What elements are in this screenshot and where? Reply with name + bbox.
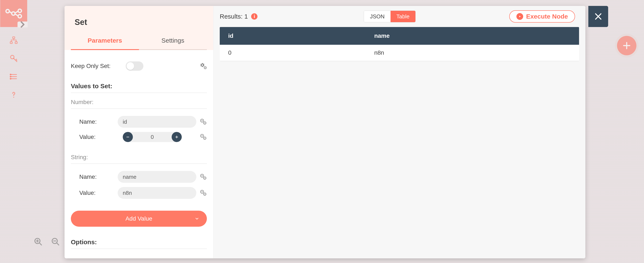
string-name-row: Name: (71, 169, 207, 185)
zoom-in-button[interactable] (34, 237, 42, 246)
column-header-id[interactable]: id (220, 27, 366, 45)
minus-icon (126, 135, 130, 139)
add-node-fab[interactable] (617, 36, 636, 55)
number-name-options[interactable] (200, 118, 207, 125)
stepper-value: 0 (133, 134, 172, 140)
execute-node-label: Execute Node (526, 13, 568, 20)
plus-icon (622, 41, 631, 50)
app-logo[interactable] (0, 0, 27, 27)
table-row[interactable]: 0 n8n (220, 45, 579, 61)
string-name-label: Name: (79, 173, 114, 180)
svg-point-19 (204, 123, 205, 123)
string-value-label: Value: (79, 189, 114, 196)
output-table: id name 0 n8n (220, 27, 579, 61)
zoom-out-button[interactable] (51, 237, 60, 246)
tab-settings[interactable]: Settings (139, 33, 207, 50)
node-title: Set (71, 17, 207, 33)
toggle-knob (126, 62, 134, 70)
number-name-row: Name: (71, 114, 207, 130)
svg-point-0 (6, 10, 9, 13)
svg-rect-4 (13, 37, 15, 39)
string-name-input[interactable] (118, 171, 196, 183)
svg-point-31 (204, 194, 205, 194)
credentials-nav-icon[interactable] (9, 54, 18, 63)
svg-point-9 (10, 76, 11, 77)
svg-point-27 (204, 178, 205, 178)
svg-point-2 (18, 9, 22, 13)
zoom-controls (34, 237, 60, 246)
keep-only-set-toggle[interactable] (126, 61, 144, 71)
play-icon (516, 13, 523, 20)
string-value-row: Value: (71, 185, 207, 201)
svg-rect-5 (10, 42, 12, 44)
cell-name: n8n (366, 45, 579, 61)
execute-node-button[interactable]: Execute Node (509, 10, 575, 23)
close-modal-button[interactable] (588, 6, 608, 27)
gear-icon (200, 118, 207, 125)
svg-rect-6 (15, 42, 17, 44)
workflows-nav-icon[interactable] (9, 36, 18, 45)
number-name-label: Name: (79, 118, 114, 125)
panel-header: Set Parameters Settings (64, 6, 213, 50)
gear-icon (200, 189, 207, 196)
number-value-options[interactable] (200, 133, 207, 141)
keep-only-set-row: Keep Only Set: (71, 59, 207, 74)
string-name-options[interactable] (200, 173, 207, 180)
keep-only-set-label: Keep Only Set: (71, 63, 110, 70)
zoom-in-icon (34, 237, 42, 246)
gear-icon (200, 133, 207, 141)
gear-icon (200, 63, 207, 70)
node-output-panel: Results: 1 i JSON Table Execute Node id (214, 6, 586, 258)
chevron-down-icon (195, 216, 199, 221)
gear-icon (200, 173, 207, 180)
number-group-title: Number: (71, 99, 207, 106)
svg-point-29 (202, 191, 203, 192)
results-label: Results: 1 (220, 13, 248, 20)
svg-point-21 (202, 135, 203, 136)
keep-only-set-options[interactable] (200, 63, 207, 70)
number-value-stepper[interactable]: 0 (123, 132, 182, 142)
number-name-input[interactable] (118, 116, 196, 128)
svg-point-17 (202, 120, 203, 121)
executions-nav-icon[interactable] (9, 72, 18, 82)
string-group-title: String: (71, 154, 207, 161)
svg-point-11 (13, 97, 14, 98)
plus-icon (175, 135, 178, 139)
cell-id: 0 (220, 45, 366, 61)
tab-parameters[interactable]: Parameters (71, 33, 139, 50)
svg-point-15 (205, 67, 206, 68)
output-header: Results: 1 i JSON Table Execute Node (214, 6, 586, 27)
output-table-wrap: id name 0 n8n (214, 27, 586, 61)
n8n-logo-icon (5, 9, 22, 19)
stepper-decrement[interactable] (123, 132, 133, 142)
svg-point-23 (204, 138, 205, 138)
add-value-button[interactable]: Add Value (71, 211, 207, 227)
options-title: Options: (71, 238, 207, 246)
number-value-label: Value: (79, 134, 119, 140)
node-parameters-panel: Set Parameters Settings Keep Only Set: V… (64, 6, 214, 258)
values-to-set-title: Values to Set: (71, 83, 207, 90)
string-value-input[interactable] (118, 187, 196, 199)
view-mode-toggle: JSON Table (364, 11, 416, 22)
number-value-row: Value: 0 (71, 130, 207, 144)
svg-point-3 (18, 15, 22, 18)
view-table-button[interactable]: Table (390, 11, 416, 22)
svg-point-1 (12, 12, 15, 15)
svg-point-25 (202, 175, 203, 176)
string-value-options[interactable] (200, 189, 207, 196)
panel-tabs: Parameters Settings (71, 33, 207, 50)
zoom-out-icon (51, 237, 60, 246)
help-nav-icon[interactable] (9, 90, 18, 100)
stepper-increment[interactable] (172, 132, 182, 142)
node-editor-modal: Set Parameters Settings Keep Only Set: V… (64, 6, 586, 258)
app-sidebar (0, 0, 28, 263)
info-icon[interactable]: i (251, 13, 258, 20)
svg-point-10 (10, 78, 11, 79)
svg-point-8 (10, 74, 11, 75)
results-count: Results: 1 i (220, 13, 258, 20)
close-icon (594, 12, 603, 21)
column-header-name[interactable]: name (366, 27, 579, 45)
add-value-label: Add Value (126, 215, 152, 222)
expand-sidebar-button[interactable] (18, 22, 28, 28)
view-json-button[interactable]: JSON (364, 11, 390, 22)
